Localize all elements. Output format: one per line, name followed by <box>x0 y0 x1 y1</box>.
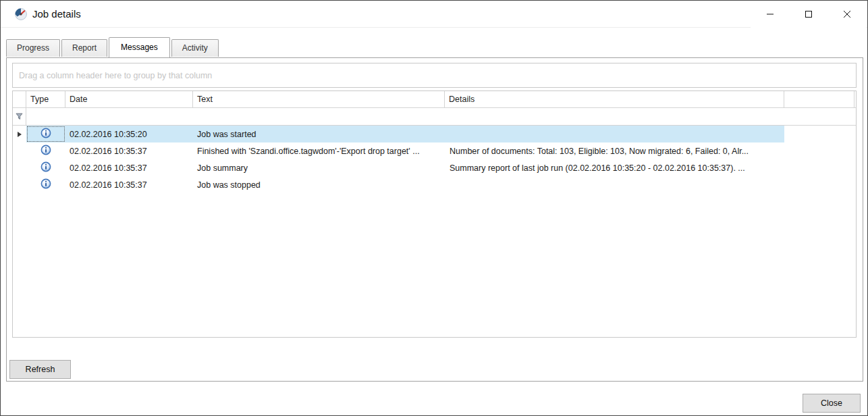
row-indicator-cell <box>13 126 26 142</box>
messages-tab-page: Drag a column header here to group by th… <box>6 57 863 382</box>
row-indicator-cell <box>13 159 26 176</box>
grid-header-row: Type Date Text Details <box>13 91 856 108</box>
maximize-icon <box>805 10 813 18</box>
gauge-icon <box>14 7 28 21</box>
details-cell[interactable] <box>445 176 784 193</box>
tab-strip: Progress Report Messages Activity <box>6 37 220 57</box>
column-header-details[interactable]: Details <box>445 91 784 107</box>
table-row[interactable]: 02.02.2016 10:35:20 Job was started <box>13 126 856 142</box>
close-icon <box>843 10 851 18</box>
table-row[interactable]: 02.02.2016 10:35:37 Job summary Summary … <box>13 159 856 176</box>
type-cell[interactable] <box>26 159 65 176</box>
tab-report[interactable]: Report <box>61 39 107 57</box>
text-cell[interactable]: Job was started <box>193 126 445 142</box>
column-header-text[interactable]: Text <box>193 91 445 107</box>
details-cell[interactable] <box>445 126 784 142</box>
filter-indicator-cell <box>13 108 26 125</box>
filter-funnel-icon <box>16 111 23 123</box>
type-cell[interactable] <box>26 176 65 193</box>
close-button[interactable]: Close <box>803 394 861 413</box>
date-cell[interactable]: 02.02.2016 10:35:20 <box>65 126 193 142</box>
date-cell[interactable]: 02.02.2016 10:35:37 <box>65 176 193 193</box>
row-arrow-icon <box>18 132 22 137</box>
table-row[interactable]: 02.02.2016 10:35:37 Job was stopped <box>13 176 856 193</box>
text-cell[interactable]: Job was stopped <box>193 176 445 193</box>
info-icon <box>40 145 51 157</box>
window-controls <box>751 1 866 28</box>
messages-grid: Type Date Text Details <box>12 90 857 338</box>
group-by-hint: Drag a column header here to group by th… <box>19 71 212 80</box>
group-by-panel[interactable]: Drag a column header here to group by th… <box>12 63 857 88</box>
refresh-button[interactable]: Refresh <box>9 360 71 379</box>
type-cell[interactable] <box>26 142 65 159</box>
window-title: Job details <box>32 8 81 20</box>
tab-progress[interactable]: Progress <box>6 39 60 57</box>
row-indicator-cell <box>13 142 26 159</box>
column-header-type[interactable]: Type <box>26 91 65 107</box>
tab-activity[interactable]: Activity <box>171 39 219 57</box>
date-cell[interactable]: 02.02.2016 10:35:37 <box>65 159 193 176</box>
details-cell[interactable]: Summary report of last job run (02.02.20… <box>445 159 784 176</box>
info-icon <box>40 128 51 140</box>
maximize-button[interactable] <box>789 1 828 28</box>
text-cell[interactable]: Job summary <box>193 159 445 176</box>
type-cell[interactable] <box>26 126 65 142</box>
minimize-button[interactable] <box>751 1 789 28</box>
table-row[interactable]: 02.02.2016 10:35:37 Finished with 'Szand… <box>13 142 856 159</box>
job-details-window: Job details Progress Report Messages <box>0 0 868 416</box>
column-header-date[interactable]: Date <box>65 91 193 107</box>
row-indicator-cell <box>13 176 26 193</box>
close-window-button[interactable] <box>828 1 866 28</box>
column-header-filler <box>784 91 855 107</box>
minimize-icon <box>766 10 774 18</box>
info-icon <box>40 161 51 174</box>
titlebar: Job details <box>1 1 867 28</box>
tab-messages[interactable]: Messages <box>109 37 170 57</box>
date-cell[interactable]: 02.02.2016 10:35:37 <box>65 142 193 159</box>
details-cell[interactable]: Number of documents: Total: 103, Eligibl… <box>445 142 784 159</box>
header-indicator-cell <box>13 91 26 107</box>
info-icon <box>40 178 51 191</box>
text-cell[interactable]: Finished with 'Szandi.office.tagwdom'-'E… <box>193 142 445 159</box>
auto-filter-row[interactable] <box>13 108 856 126</box>
